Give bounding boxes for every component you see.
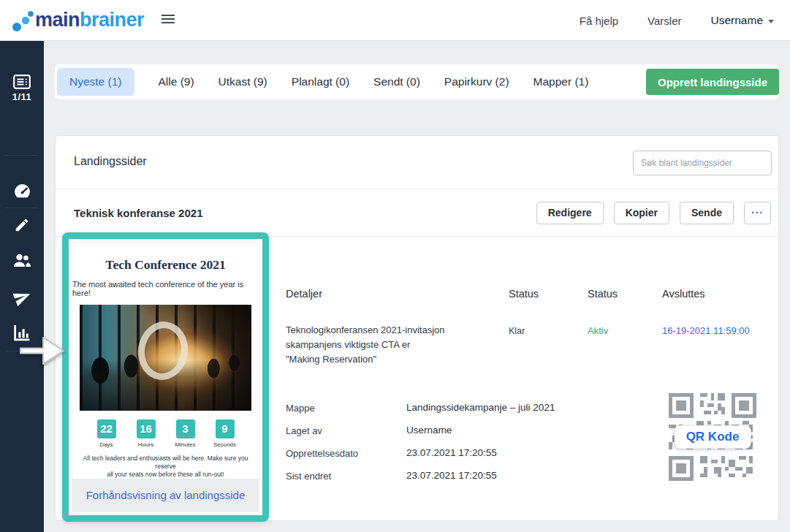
field-value-created: 23.07.2021 17:20:55 [406,447,497,458]
audience-icon [12,253,32,268]
field-label-modified: Sist endret [286,471,331,482]
copy-button[interactable]: Kopier [614,202,669,224]
help-link[interactable]: Få hjelp [580,15,618,27]
chevron-down-icon [768,20,774,23]
preview-footer: Forhåndsvisning av landingsside [72,479,259,512]
logo-text-brainer: brainer [80,9,144,31]
sidebar-divider [6,155,38,156]
search-input[interactable] [633,151,772,175]
create-landing-page-button[interactable]: Opprett landingsside [646,69,779,95]
tab-alle[interactable]: Alle (9) [159,75,194,88]
preview-landing-page-link[interactable]: Forhåndsvisning av landingsside [86,489,246,501]
qr-code-button[interactable]: QR Kode [675,425,751,449]
tab-bar: Nyeste (1) Alle (9) Utkast (9) Planlagt … [55,64,779,99]
campaign-row: Teknisk konferanse 2021 Redigere Kopier … [56,189,778,237]
campaign-description: Teknologikonferansen 2021-invitasjon ska… [286,323,445,367]
landing-page-preview-card[interactable]: Tech Conference 2021 The most awaited te… [62,232,269,522]
sidebar-item-edit[interactable] [0,217,44,233]
send-icon [13,288,31,306]
more-options-button[interactable]: ··· [744,202,771,224]
campaign-title: Teknisk konferanse 2021 [74,207,202,219]
tab-sendt[interactable]: Sendt (0) [373,75,420,88]
col-header-status2: Status [588,288,618,300]
edit-icon [14,217,30,233]
username-label: Username [711,14,764,27]
countdown-timer: 22 Days 16 Hours 3 Minutes 9 Seconds [96,419,236,448]
send-button[interactable]: Sende [680,202,734,224]
logo-text-main: main [35,9,80,31]
ends-at-value: 16-19-2021 11:59:00 [662,325,750,336]
top-header: mainbrainer Få hjelp Varsler Username [0,0,790,41]
countdown-hours: 16 Hours [135,419,157,448]
countdown-minutes: 3 Minutes [175,419,197,448]
sidebar-nav: 1/11 [0,41,44,532]
tab-nyeste[interactable]: Nyeste (1) [57,68,134,96]
field-value-modified: 23.07.2021 17:20:55 [406,470,497,481]
countdown-seconds: 9 Seconds [214,419,236,448]
edit-button[interactable]: Redigere [536,202,604,224]
status-ready-value: Klar [509,326,525,336]
panel-title: Landingssider [74,155,147,168]
field-value-folder: Landingssidekampanje – juli 2021 [406,402,555,413]
panel-header: Landingssider [56,136,778,189]
field-label-created: Opprettelsesdato [286,448,358,459]
conference-photo [80,305,251,411]
col-header-status1: Status [509,288,539,300]
notifications-link[interactable]: Varsler [647,15,681,27]
pointer-arrow-icon [19,330,66,373]
pager-count: 1/11 [12,91,32,102]
tab-planlagt[interactable]: Planlagt (0) [292,75,349,88]
col-header-ends: Avsluttes [662,288,705,300]
preview-subtitle: The most awaited tech conference of the … [72,280,259,297]
list-pager-icon [13,75,31,89]
dashboard-icon [13,183,31,201]
qr-code-area: QR Kode [668,393,757,481]
countdown-days: 22 Days [96,419,118,448]
preview-note: All tech leaders and enthusiasts will be… [72,455,259,479]
hamburger-menu-icon[interactable] [162,15,175,26]
preview-card-inner: Tech Conference 2021 The most awaited te… [72,242,259,512]
username-menu[interactable]: Username [711,14,775,27]
sidebar-item-pages[interactable]: 1/11 [0,75,44,102]
logo-dots-icon [10,8,35,31]
field-value-creator: Username [406,425,452,436]
tab-mapper[interactable]: Mapper (1) [533,75,589,88]
field-label-folder: Mappe [286,403,315,414]
col-header-details: Detaljer [286,288,322,300]
preview-title: Tech Conference 2021 [105,257,225,273]
status-active-value: Aktiv [588,325,608,336]
tab-papirkurv[interactable]: Papirkurv (2) [444,75,509,88]
mainbrainer-logo[interactable]: mainbrainer [10,8,144,31]
sidebar-item-send[interactable] [0,288,44,306]
sidebar-item-audience[interactable] [0,253,44,268]
sidebar-divider [6,208,38,208]
sidebar-item-dashboard[interactable] [0,183,44,201]
tab-utkast[interactable]: Utkast (9) [219,75,267,88]
field-label-creator: Laget av [286,425,322,436]
